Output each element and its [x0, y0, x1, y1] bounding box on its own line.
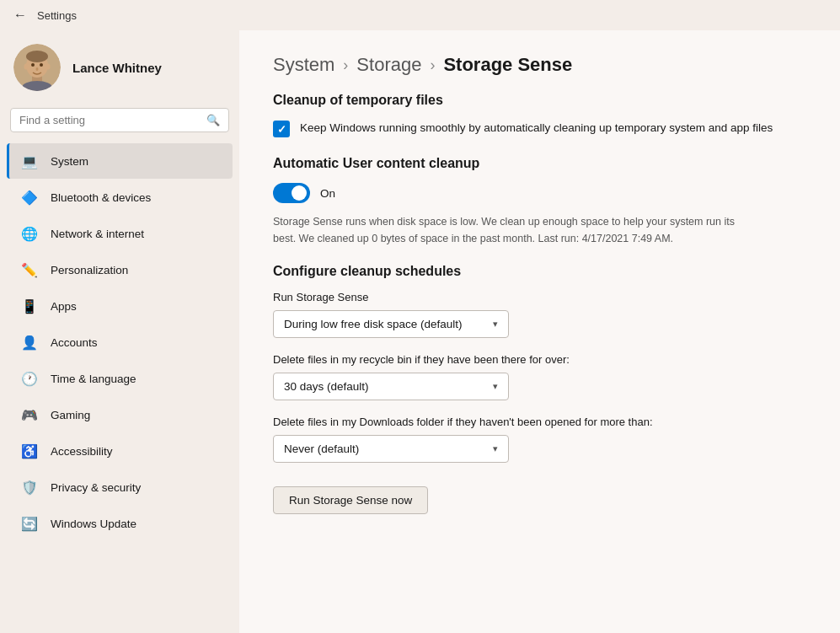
breadcrumb-system[interactable]: System	[273, 54, 334, 76]
sidebar-item-apps[interactable]: 📱 Apps	[7, 288, 233, 324]
gaming-icon: 🎮	[20, 405, 39, 424]
sidebar-item-personalization[interactable]: ✏️ Personalization	[7, 252, 233, 287]
sidebar-item-label: Privacy & security	[51, 481, 141, 494]
sidebar-item-bluetooth[interactable]: 🔷 Bluetooth & devices	[7, 180, 233, 215]
sidebar-item-update[interactable]: 🔄 Windows Update	[7, 506, 233, 541]
svg-point-3	[26, 51, 48, 62]
recycle-value: 30 days (default)	[284, 380, 369, 393]
configure-section-title: Configure cleanup schedules	[273, 264, 806, 279]
auto-cleanup-toggle[interactable]	[273, 183, 310, 203]
downloads-label: Delete files in my Downloads folder if t…	[273, 416, 806, 428]
downloads-dropdown[interactable]: Never (default) ▾	[273, 435, 509, 463]
personalization-icon: ✏️	[20, 260, 39, 279]
svg-point-8	[46, 64, 51, 70]
sidebar-item-label: Bluetooth & devices	[51, 191, 151, 204]
sidebar-item-network[interactable]: 🌐 Network & internet	[7, 216, 233, 251]
search-box[interactable]: 🔍	[10, 108, 229, 132]
search-container: 🔍	[0, 105, 239, 142]
svg-point-6	[36, 67, 39, 71]
sidebar-item-label: Personalization	[51, 264, 128, 276]
sidebar-item-accessibility[interactable]: ♿ Accessibility	[7, 433, 233, 469]
user-name: Lance Whitney	[72, 61, 162, 75]
search-input[interactable]	[19, 114, 200, 126]
titlebar-title: Settings	[37, 9, 77, 22]
recycle-dropdown[interactable]: 30 days (default) ▾	[273, 373, 509, 400]
run-sense-dropdown[interactable]: During low free disk space (default) ▾	[273, 310, 509, 338]
cleanup-checkbox-row: ✓ Keep Windows running smoothly by autom…	[273, 120, 806, 137]
sidebar: Lance Whitney 🔍 💻 System 🔷 Bluetooth & d…	[0, 30, 239, 633]
sidebar-item-label: Apps	[51, 300, 77, 313]
breadcrumb-storage[interactable]: Storage	[356, 54, 421, 76]
sidebar-item-label: Network & internet	[51, 228, 144, 240]
update-icon: 🔄	[20, 514, 39, 533]
search-icon: 🔍	[206, 114, 220, 126]
titlebar: ← Settings	[0, 0, 840, 30]
user-profile[interactable]: Lance Whitney	[0, 30, 239, 105]
sidebar-item-gaming[interactable]: 🎮 Gaming	[7, 397, 233, 432]
breadcrumb-sep-2: ›	[430, 56, 435, 74]
recycle-arrow-icon: ▾	[493, 381, 498, 392]
sidebar-item-label: System	[51, 155, 88, 168]
sidebar-item-label: Windows Update	[51, 518, 136, 530]
system-icon: 💻	[20, 152, 39, 170]
run-sense-arrow-icon: ▾	[493, 319, 498, 330]
content-area: System › Storage › Storage Sense Cleanup…	[239, 30, 840, 633]
bluetooth-icon: 🔷	[20, 188, 39, 207]
apps-icon: 📱	[20, 297, 39, 315]
sidebar-item-system[interactable]: 💻 System	[7, 143, 233, 179]
downloads-value: Never (default)	[284, 443, 359, 455]
accessibility-icon: ♿	[20, 442, 39, 460]
run-sense-value: During low free disk space (default)	[284, 318, 463, 330]
privacy-icon: 🛡️	[20, 478, 39, 496]
toggle-label: On	[320, 187, 335, 200]
sidebar-item-label: Time & language	[51, 373, 136, 385]
avatar	[13, 44, 61, 91]
cleanup-section-title: Cleanup of temporary files	[273, 93, 806, 108]
sidebar-item-label: Gaming	[51, 409, 90, 421]
recycle-label: Delete files in my recycle bin if they h…	[273, 353, 806, 366]
cleanup-checkbox[interactable]: ✓	[273, 121, 290, 137]
sidebar-item-time[interactable]: 🕐 Time & language	[7, 361, 233, 396]
time-icon: 🕐	[20, 369, 39, 388]
auto-description: Storage Sense runs when disk space is lo…	[273, 213, 745, 247]
back-button[interactable]: ←	[10, 5, 30, 25]
breadcrumb: System › Storage › Storage Sense	[273, 54, 806, 76]
toggle-row: On	[273, 183, 806, 203]
main-layout: Lance Whitney 🔍 💻 System 🔷 Bluetooth & d…	[0, 30, 840, 633]
network-icon: 🌐	[20, 224, 39, 243]
svg-point-5	[40, 63, 43, 67]
sidebar-item-label: Accessibility	[51, 445, 113, 458]
toggle-knob	[292, 185, 307, 201]
breadcrumb-sep-1: ›	[343, 56, 348, 74]
svg-point-4	[31, 63, 35, 67]
run-now-label: Run Storage Sense now	[289, 494, 412, 507]
breadcrumb-storage-sense: Storage Sense	[443, 54, 572, 76]
sidebar-item-privacy[interactable]: 🛡️ Privacy & security	[7, 469, 233, 505]
sidebar-item-accounts[interactable]: 👤 Accounts	[7, 325, 233, 360]
run-now-button[interactable]: Run Storage Sense now	[273, 486, 428, 514]
downloads-arrow-icon: ▾	[493, 443, 498, 454]
accounts-icon: 👤	[20, 333, 39, 351]
cleanup-checkbox-label: Keep Windows running smoothly by automat…	[300, 120, 773, 137]
run-sense-label: Run Storage Sense	[273, 291, 806, 303]
svg-point-7	[24, 64, 29, 70]
checkmark-icon: ✓	[277, 123, 286, 136]
sidebar-item-label: Accounts	[51, 336, 98, 349]
auto-section-title: Automatic User content cleanup	[273, 156, 806, 171]
sidebar-nav: 💻 System 🔷 Bluetooth & devices 🌐 Network…	[0, 142, 239, 542]
